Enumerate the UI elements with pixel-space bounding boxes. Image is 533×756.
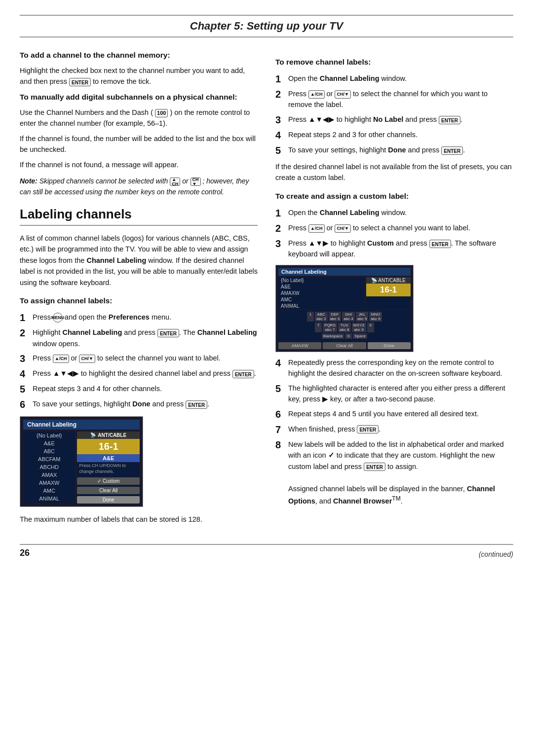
cl-item-abchd: ABCHD bbox=[23, 463, 75, 471]
not-available-text: If the desired channel label is not avai… bbox=[275, 161, 513, 183]
chapter-title: Chapter 5: Setting up your TV bbox=[190, 20, 343, 32]
kb-ant: 📡 ANT/CABLE bbox=[366, 277, 411, 284]
kb-amaxw-item: AMAXW bbox=[278, 342, 321, 349]
remove-labels-title: To remove channel labels: bbox=[275, 56, 513, 68]
cl-clearall-btn: Clear All bbox=[77, 487, 140, 494]
create-step-7: 7 When finished, press ENTER. bbox=[275, 424, 513, 435]
digital-subchannel-title: To manually add digital subchannels on a… bbox=[20, 91, 258, 103]
remove-steps-list: 1 Open the Channel Labeling window. 2 Pr… bbox=[275, 73, 513, 156]
create-step-8: 8 New labels will be added to the list i… bbox=[275, 439, 513, 507]
cl-left-panel: {No Label} A&E ABC ABCFAM ABCHD AMAX AMA… bbox=[23, 432, 75, 504]
create-step-6: 6 Repeat steps 4 and 5 until you have en… bbox=[275, 408, 513, 420]
labeling-channels-title: Labeling channels bbox=[20, 207, 258, 226]
enter-badge-r3: ENTER bbox=[439, 116, 460, 124]
enter-badge-c3: ENTER bbox=[429, 240, 451, 248]
cl-btn-row2: Clear All bbox=[77, 487, 140, 494]
ch-up-key-c2: ▲/CH bbox=[308, 224, 324, 233]
cl-body: {No Label} A&E ABC ABCFAM ABCHD AMAX AMA… bbox=[23, 432, 140, 504]
assign-step-3: 3 Press ▲/CH or CH/▼ to select the chann… bbox=[20, 353, 258, 364]
assign-labels-title: To assign channel labels: bbox=[20, 295, 258, 307]
digital-sub-p1: Use the Channel Numbers and the Dash ( 1… bbox=[20, 107, 258, 129]
cl-right-panel: 📡 ANT/CABLE 16-1 A&E Press CH UP/DOWN to… bbox=[77, 432, 140, 504]
keyboard-screenshot: Channel Labeling {No Label} A&E AMAXW AM… bbox=[275, 265, 414, 352]
remove-step-1: 1 Open the Channel Labeling window. bbox=[275, 73, 513, 85]
kb-key-0: 0 bbox=[367, 323, 374, 332]
kb-key-ghi4: GHIabc 4 bbox=[342, 312, 355, 322]
ch-up-key-note: ▲CH bbox=[170, 178, 180, 186]
bottom-note: The maximum number of labels that can be… bbox=[20, 514, 258, 525]
kb-key-def3: DEFabc 3 bbox=[329, 312, 342, 322]
kb-key-tuv8: TUVabc 8 bbox=[338, 323, 351, 332]
kb-bottom-btns: AMAXW Clear All Done bbox=[278, 342, 411, 349]
kb-clearall-btn: Clear All bbox=[323, 342, 366, 349]
kb-amaxw: AMAXW bbox=[278, 290, 365, 296]
page-number: 26 bbox=[20, 548, 30, 558]
cl-channel-num: 16-1 bbox=[77, 439, 140, 454]
enter-badge-4: ENTER bbox=[232, 370, 254, 378]
kb-key-jkl5: JKLabc 5 bbox=[356, 312, 369, 322]
100-key: 100 bbox=[155, 109, 168, 117]
add-channel-section: To add a channel to the channel memory: … bbox=[20, 49, 258, 87]
kb-keys-row3: Backspace 0 Space bbox=[279, 333, 410, 339]
remove-step-4: 4 Repeat steps 2 and 3 for other channel… bbox=[275, 129, 513, 141]
create-steps-list: 1 Open the Channel Labeling window. 2 Pr… bbox=[275, 207, 513, 260]
kb-space: Space bbox=[353, 333, 367, 339]
enter-badge-7: ENTER bbox=[357, 425, 379, 433]
cl-ant-header: 📡 ANT/CABLE bbox=[77, 432, 140, 439]
add-channel-title: To add a channel to the channel memory: bbox=[20, 49, 258, 61]
kb-key-1: 1 bbox=[307, 312, 314, 322]
kb-animal: ANIMAL bbox=[278, 303, 365, 309]
create-steps-4-8: 4 Repeatedly press the corresponding key… bbox=[275, 357, 513, 507]
menu-key: MENU bbox=[53, 313, 63, 323]
page-footer: 26 (continued) bbox=[20, 544, 513, 558]
assign-step-6: 6 To save your settings, highlight Done … bbox=[20, 398, 258, 410]
remove-labels-section: To remove channel labels: 1 Open the Cha… bbox=[275, 56, 513, 183]
enter-badge-6: ENTER bbox=[186, 400, 207, 409]
digital-subchannel-section: To manually add digital subchannels on a… bbox=[20, 91, 258, 170]
assign-step-2: 2 Highlight Channel Labeling and press E… bbox=[20, 327, 258, 349]
kb-left-panel: {No Label} A&E AMAXW AMC ANIMAL bbox=[278, 277, 365, 309]
kb-title: Channel Labeling bbox=[278, 268, 411, 276]
assign-step-5: 5 Repeat steps 3 and 4 for other channel… bbox=[20, 383, 258, 395]
ch-down-key-note: CH▼ bbox=[190, 178, 201, 186]
create-step-5: 5 The highlighted character is entered a… bbox=[275, 383, 513, 405]
assign-step-4: 4 Press ▲▼◀▶ to highlight the desired ch… bbox=[20, 368, 258, 380]
cl-item-abc: ABC bbox=[23, 447, 75, 455]
kb-key-wxyz9: WXYZabc 9 bbox=[352, 323, 366, 332]
kb-keys-row2: 7 PQRSabc 7 TUVabc 8 WXYZabc 9 0 bbox=[279, 323, 410, 332]
kb-zero: 0 bbox=[345, 333, 352, 339]
create-label-title: To create and assign a custom label: bbox=[275, 190, 513, 202]
labeling-channels-section: Labeling channels A list of common chann… bbox=[20, 207, 258, 288]
enter-badge-8: ENTER bbox=[364, 463, 385, 471]
assign-labels-section: To assign channel labels: 1 Press MENU a… bbox=[20, 295, 258, 525]
kb-nolabel: {No Label} bbox=[278, 277, 365, 284]
kb-amc: AMC bbox=[278, 296, 365, 303]
kb-channel-num: 16-1 bbox=[366, 284, 411, 296]
main-content: To add a channel to the channel memory: … bbox=[20, 49, 513, 529]
labeling-intro: A list of common channel labels (logos) … bbox=[20, 233, 258, 288]
kb-key-abc2: ABCabc 2 bbox=[315, 312, 328, 322]
channel-labeling-screenshot: Channel Labeling {No Label} A&E ABC ABCF… bbox=[20, 416, 143, 507]
enter-badge-r5: ENTER bbox=[441, 146, 463, 155]
right-column: To remove channel labels: 1 Open the Cha… bbox=[275, 49, 513, 529]
enter-badge-2: ENTER bbox=[157, 329, 179, 337]
ch-dn-key-c2: CH/▼ bbox=[335, 224, 350, 233]
create-step-2: 2 Press ▲/CH or CH/▼ to select a channel… bbox=[275, 222, 513, 234]
page-container: Chapter 5: Setting up your TV To add a c… bbox=[0, 0, 533, 756]
cl-title: Channel Labeling bbox=[23, 420, 140, 430]
kb-key-mno6: MNOabc 6 bbox=[369, 312, 382, 322]
cl-item-nolabel: {No Label} bbox=[23, 432, 75, 439]
assign-steps-list: 1 Press MENU and open the Preferences me… bbox=[20, 312, 258, 410]
assign-step-1: 1 Press MENU and open the Preferences me… bbox=[20, 312, 258, 324]
kb-ae: A&E bbox=[278, 284, 365, 290]
note-block: Note: Skipped channels cannot be selecte… bbox=[20, 176, 258, 197]
cl-item-amc: AMC bbox=[23, 487, 75, 495]
cl-btn-row: ✓ Custom bbox=[77, 477, 140, 485]
create-step-4: 4 Repeatedly press the corresponding key… bbox=[275, 357, 513, 379]
kb-done-btn: Done bbox=[368, 342, 411, 349]
kb-key-7: 7 bbox=[315, 323, 322, 332]
ch-up-key-r2: ▲/CH bbox=[308, 90, 324, 99]
kb-key-pqrs7: PQRSabc 7 bbox=[323, 323, 337, 332]
kb-right-panel: 📡 ANT/CABLE 16-1 bbox=[366, 277, 411, 309]
cl-done-btn: Done bbox=[77, 496, 140, 504]
